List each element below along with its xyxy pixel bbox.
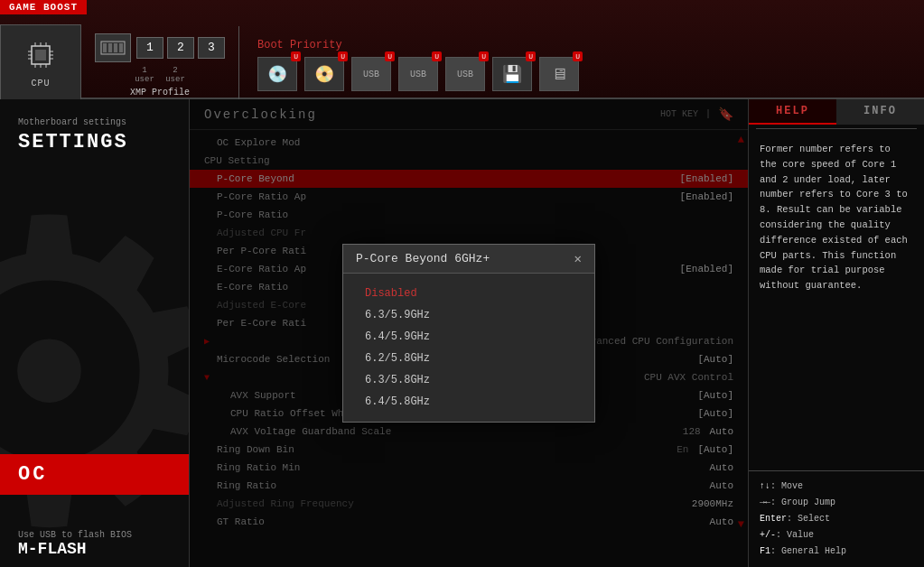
modal-option-6.4-5.8[interactable]: 6.4/5.8GHz (358, 391, 580, 413)
help-text: Former number refers to the core speed o… (749, 133, 924, 470)
right-panel: HELP INFO Former number refers to the co… (748, 99, 924, 567)
boot-device-icon-5: 💾 (492, 57, 532, 91)
modal-option-disabled[interactable]: Disabled (358, 283, 580, 304)
modal-dialog: P-Core Beyond 6GHz+ ✕ Disabled 6.3/5.9GH… (342, 244, 595, 423)
sidebar-settings-title: SETTINGS (18, 131, 171, 153)
m-flash-sub: Use USB to flash BIOS (18, 530, 171, 540)
svg-rect-17 (114, 43, 117, 52)
boot-device-6[interactable]: 🖥 U (539, 57, 579, 91)
tab-info[interactable]: INFO (836, 99, 924, 125)
right-panel-divider (756, 128, 917, 129)
boot-title: Boot Priority (257, 39, 579, 51)
boot-device-icon-1: 📀 (304, 57, 344, 91)
top-bar: GAME BOOST (0, 0, 924, 99)
xmp-sub-2: 2user (162, 66, 189, 84)
boot-device-icon-6: 🖥 (539, 57, 579, 91)
boot-device-icon-4: USB (445, 57, 485, 91)
boot-devices-list: 💿 U 📀 U USB U USB U USB (257, 57, 579, 91)
xmp-sub-1: 1user (131, 66, 158, 84)
sidebar-settings-sub: Motherboard settings (18, 117, 171, 127)
nav-hint-group: →←: Group Jump (760, 495, 913, 511)
tab-cpu[interactable]: CPU (0, 24, 81, 106)
boot-device-icon-2: USB (351, 57, 391, 91)
game-boost-label: GAME BOOST (0, 0, 87, 14)
nav-hint-help: F1: General Help (760, 544, 913, 560)
sidebar: Motherboard settings SETTINGS OC Use USB… (0, 99, 190, 567)
nav-hint-value: +/-: Value (760, 527, 913, 544)
boot-device-badge-0: U (291, 51, 301, 61)
svg-rect-1 (35, 50, 46, 60)
boot-device-2[interactable]: USB U (351, 57, 391, 91)
boot-device-icon-3: USB (398, 57, 438, 91)
boot-device-icon-0: 💿 (257, 57, 297, 91)
content-area: Overclocking HOT KEY | 🔖 ▲ OC Explore Mo… (190, 99, 748, 567)
boot-device-badge-4: U (479, 51, 489, 61)
boot-device-badge-5: U (526, 51, 536, 61)
tab-xmp[interactable]: 1 2 3 1user 2user XMP Profile (81, 26, 239, 105)
nav-hints: ↑↓: Move →←: Group Jump Enter: Select +/… (749, 470, 924, 567)
modal-header: P-Core Beyond 6GHz+ ✕ (343, 245, 594, 274)
modal-title: P-Core Beyond 6GHz+ (356, 252, 490, 265)
svg-rect-16 (108, 43, 112, 52)
boot-priority-section: Boot Priority 💿 U 📀 U USB U USB (239, 15, 597, 98)
svg-rect-15 (103, 43, 107, 52)
xmp-num-2[interactable]: 2 (167, 37, 194, 59)
modal-option-6.3-5.8[interactable]: 6.3/5.8GHz (358, 369, 580, 391)
svg-rect-18 (119, 43, 123, 52)
boot-device-badge-6: U (573, 51, 583, 61)
m-flash-title: M-FLASH (18, 540, 171, 558)
boot-device-3[interactable]: USB U (398, 57, 438, 91)
boot-device-1[interactable]: 📀 U (304, 57, 344, 91)
boot-device-4[interactable]: USB U (445, 57, 485, 91)
tab-help[interactable]: HELP (749, 99, 836, 125)
nav-hint-move: ↑↓: Move (760, 479, 913, 495)
boot-device-0[interactable]: 💿 U (257, 57, 297, 91)
sidebar-content: Motherboard settings SETTINGS (0, 99, 189, 190)
right-tabs: HELP INFO (749, 99, 924, 125)
modal-option-6.2-5.8[interactable]: 6.2/5.8GHz (358, 348, 580, 369)
xmp-nums: 1 2 3 (136, 37, 225, 59)
modal-overlay: P-Core Beyond 6GHz+ ✕ Disabled 6.3/5.9GH… (190, 99, 748, 567)
modal-close-button[interactable]: ✕ (574, 253, 582, 265)
top-bar-left: CPU 1 2 3 (0, 0, 597, 98)
sidebar-bottom: Use USB to flash BIOS M-FLASH (0, 521, 189, 567)
xmp-num-1[interactable]: 1 (136, 37, 163, 59)
modal-option-6.4-5.9[interactable]: 6.4/5.9GHz (358, 326, 580, 348)
boot-device-badge-2: U (385, 51, 395, 61)
main-layout: Motherboard settings SETTINGS OC Use USB… (0, 99, 924, 567)
xmp-num-3[interactable]: 3 (198, 37, 225, 59)
boot-device-5[interactable]: 💾 U (492, 57, 532, 91)
xmp-label: XMP Profile (130, 88, 190, 98)
sidebar-active-item[interactable]: OC (0, 454, 189, 495)
modal-option-6.3-5.9[interactable]: 6.3/5.9GHz (358, 304, 580, 326)
modal-body: Disabled 6.3/5.9GHz 6.4/5.9GHz 6.2/5.8GH… (343, 274, 594, 422)
boot-device-badge-3: U (432, 51, 442, 61)
xmp-sub-labels: 1user 2user (131, 66, 189, 84)
cpu-tab-label: CPU (31, 79, 50, 88)
boot-device-badge-1: U (338, 51, 348, 61)
cpu-icon (24, 42, 57, 75)
nav-hint-select: Enter: Select (760, 511, 913, 527)
